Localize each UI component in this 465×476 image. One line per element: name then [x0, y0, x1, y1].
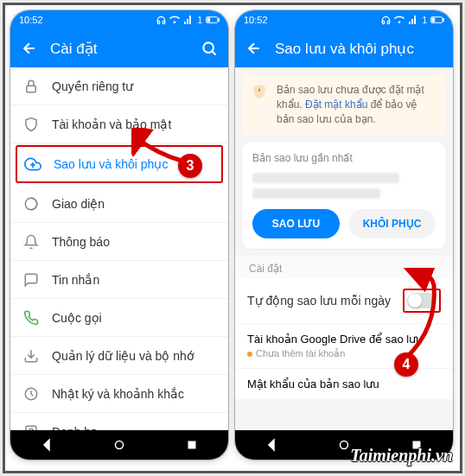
svg-rect-11 — [188, 441, 196, 449]
app-header: Sao lưu và khôi phục — [235, 29, 453, 67]
phone-right: 10:52 1 Sao lưu và khôi phục Bản sao lưu… — [235, 10, 453, 460]
bell-icon — [22, 233, 40, 251]
status-time: 10:52 — [19, 15, 43, 25]
svg-rect-4 — [27, 86, 36, 92]
lock-icon — [22, 78, 40, 95]
battery-icon — [430, 16, 444, 24]
database-icon — [22, 347, 40, 365]
wifi-icon — [394, 15, 404, 25]
nav-recents-icon[interactable] — [184, 437, 200, 453]
last-backup-card: Bản sao lưu gần nhất SAO LƯU KHÔI PHỤC — [242, 142, 446, 249]
row-label: Cuộc gọi — [52, 311, 216, 325]
card-label: Bản sao lưu gần nhất — [252, 152, 436, 164]
battery-label: 1 — [197, 16, 202, 25]
page-title: Cài đặt — [50, 40, 188, 58]
password-row[interactable]: Mật khẩu của bản sao lưu — [235, 368, 453, 399]
row-diary[interactable]: Nhật ký và khoảnh khắc — [10, 375, 228, 413]
svg-rect-2 — [207, 18, 210, 22]
contacts-icon — [22, 423, 40, 431]
row-message[interactable]: Tin nhắn — [10, 261, 228, 299]
battery-label: 1 — [422, 16, 427, 25]
row-call[interactable]: Cuộc gọi — [10, 299, 228, 337]
shield-warn-icon — [251, 83, 268, 100]
svg-point-10 — [116, 441, 124, 449]
headphones-icon — [381, 16, 391, 25]
status-time: 10:52 — [244, 15, 268, 25]
clock-icon — [22, 385, 40, 403]
phone-icon — [22, 309, 40, 327]
row-label: Quyền riêng tư — [52, 79, 216, 93]
svg-rect-1 — [219, 19, 220, 22]
row-label: Thông báo — [52, 235, 216, 249]
cloud-icon — [24, 155, 41, 173]
battery-icon — [206, 16, 220, 24]
back-icon[interactable] — [21, 40, 38, 57]
back-icon[interactable] — [245, 40, 263, 57]
palette-icon — [22, 195, 40, 213]
svg-rect-13 — [443, 19, 444, 22]
status-bar: 10:52 1 — [235, 10, 453, 29]
nav-back-icon[interactable] — [39, 437, 54, 453]
subrow-label: Mật khẩu của bản sao lưu — [247, 378, 441, 390]
row-theme[interactable]: Giao diện — [10, 185, 228, 223]
signal-icon — [408, 15, 418, 25]
warning-banner: Bản sao lưu chưa được đặt mật khẩu. Đặt … — [242, 74, 446, 135]
settings-list: Quyền riêng tư Tài khoản và bảo mật Sao … — [10, 67, 228, 430]
banner-text: Bản sao lưu chưa được đặt mật khẩu. Đặt … — [277, 83, 437, 126]
row-label: Tin nhắn — [52, 273, 216, 287]
search-icon[interactable] — [201, 40, 218, 57]
dot-icon — [247, 352, 252, 357]
row-security[interactable]: Tài khoản và bảo mật — [10, 105, 228, 143]
row-label: Nhật ký và khoảnh khắc — [52, 387, 216, 401]
nav-back-icon[interactable] — [264, 437, 279, 453]
wifi-icon — [169, 15, 180, 25]
row-label: Quản lý dữ liệu và bộ nhớ — [52, 349, 216, 363]
set-password-link[interactable]: Đặt mật khẩu — [305, 98, 367, 111]
nav-home-icon[interactable] — [111, 437, 127, 453]
status-bar: 10:52 1 — [10, 10, 228, 29]
arrow-4 — [396, 268, 444, 363]
row-privacy[interactable]: Quyền riêng tư — [10, 67, 228, 105]
row-notify[interactable]: Thông báo — [10, 223, 228, 261]
row-data[interactable]: Quản lý dữ liệu và bộ nhớ — [10, 337, 228, 375]
svg-rect-14 — [432, 18, 435, 22]
phone-left: 10:52 1 Cài đặt Quyền riêng tư Tài khoản… — [10, 10, 228, 460]
shield-icon — [22, 116, 40, 133]
blurred-text — [252, 188, 380, 199]
android-navbar — [10, 430, 228, 460]
svg-point-3 — [203, 42, 213, 53]
app-header: Cài đặt — [10, 29, 228, 67]
arrow-3 — [131, 128, 185, 166]
message-icon — [22, 271, 40, 289]
backup-button[interactable]: SAO LƯU — [252, 209, 340, 238]
step-4-badge: 4 — [394, 352, 418, 377]
blurred-text — [252, 173, 399, 183]
step-3-badge: 3 — [178, 154, 202, 178]
toggle-label: Tự động sao lưu mỗi ngày — [247, 294, 403, 308]
backup-body: Bản sao lưu chưa được đặt mật khẩu. Đặt … — [235, 67, 453, 430]
page-title: Sao lưu và khôi phục — [275, 40, 443, 58]
svg-point-15 — [341, 441, 348, 449]
watermark: Taimienphi.vn — [350, 446, 453, 466]
headphones-icon — [156, 16, 166, 25]
signal-icon — [183, 15, 194, 25]
restore-button[interactable]: KHÔI PHỤC — [348, 209, 436, 238]
row-contacts[interactable]: Danh bạ — [10, 413, 228, 430]
row-label: Giao diện — [52, 197, 216, 211]
